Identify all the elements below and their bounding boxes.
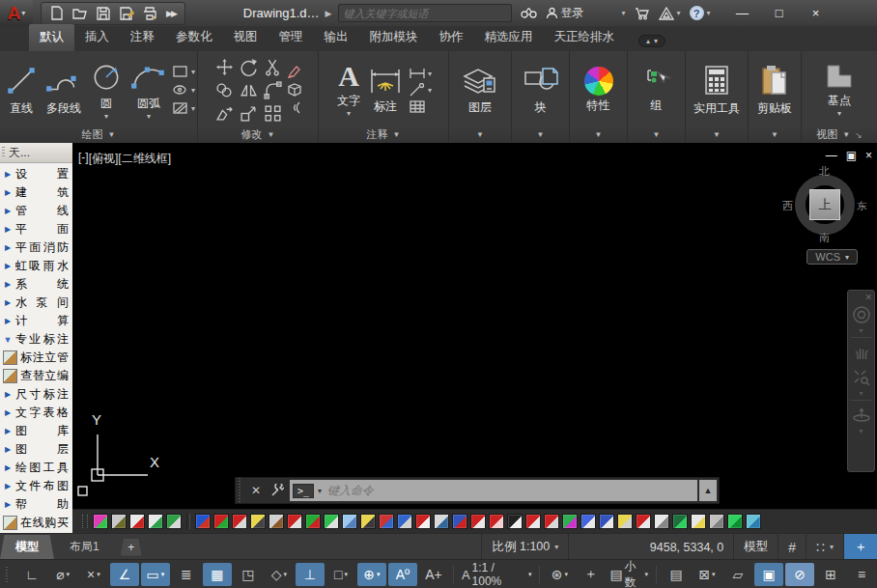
status-object-snap[interactable]: ▭▾ bbox=[141, 563, 170, 586]
rotate-icon[interactable] bbox=[240, 58, 258, 76]
maximize-button[interactable]: □ bbox=[761, 0, 798, 26]
legacy-icon-funnel[interactable] bbox=[709, 514, 724, 529]
ribbon-tab-addins[interactable]: 附加模块 bbox=[359, 24, 429, 51]
infer-constraints-toggle[interactable]: ＋ bbox=[843, 534, 877, 560]
orbit-button[interactable] bbox=[850, 403, 872, 428]
grid-toggle[interactable]: # bbox=[778, 534, 806, 560]
panel-dialog-launcher-icon[interactable]: ↘ bbox=[855, 130, 863, 140]
legacy-icon-pipe-diagonal[interactable] bbox=[342, 514, 357, 529]
legacy-icon-dim-point[interactable] bbox=[470, 514, 486, 529]
text-tool[interactable]: A 文字 ▾ bbox=[335, 61, 362, 119]
legacy-icon-edit-pencil[interactable] bbox=[250, 514, 266, 529]
model-space-toggle[interactable]: 模型 bbox=[733, 534, 778, 560]
legacy-icon-annotate-100[interactable] bbox=[617, 514, 633, 529]
clipboard-tool[interactable]: 剪贴板 bbox=[755, 63, 794, 118]
panel-block-footer[interactable]: ▼ bbox=[512, 126, 569, 143]
group-tool[interactable]: 组 bbox=[640, 66, 673, 115]
hatch-tool[interactable]: ▾ bbox=[172, 100, 195, 116]
command-prompt-icon[interactable]: >_ bbox=[293, 484, 314, 498]
new-drawing-button[interactable] bbox=[47, 5, 67, 22]
pan-button[interactable] bbox=[850, 340, 872, 365]
sidebar-item-0[interactable]: ▶设 置 bbox=[0, 165, 72, 183]
viewcube-east-label[interactable]: 东 bbox=[857, 199, 867, 213]
legacy-icon-table-blue[interactable] bbox=[599, 514, 614, 529]
close-button[interactable]: × bbox=[798, 0, 835, 26]
sidebar-item-16[interactable]: ▶绘图工具 bbox=[0, 459, 72, 477]
legacy-icon-equip-box[interactable] bbox=[324, 514, 339, 529]
legacy-icon-section-flag[interactable] bbox=[507, 514, 523, 529]
legacy-icon-pipe-dn[interactable] bbox=[544, 514, 559, 529]
view-control[interactable]: [俯视] bbox=[89, 151, 119, 167]
legacy-icon-valve-red-blue[interactable] bbox=[379, 514, 394, 529]
legacy-icon-terrain-node[interactable] bbox=[672, 514, 688, 529]
legacy-icon-break-pipe[interactable] bbox=[525, 514, 541, 529]
legacy-icon-spline-red[interactable] bbox=[232, 514, 247, 529]
status-polar-tracking[interactable]: ⌀▾ bbox=[48, 563, 77, 586]
drawing-canvas[interactable]: [-] [俯视] [二维线框] — ▣ × 上 北 南 西 东 WCS ▾ ✕ … bbox=[72, 143, 877, 510]
sidebar-item-17[interactable]: ▶文件布图 bbox=[0, 477, 72, 495]
drawing-restore-button[interactable]: ▣ bbox=[846, 149, 857, 162]
ribbon-tab-view[interactable]: 视图 bbox=[223, 24, 269, 51]
sidebar-item-6[interactable]: ▶系 统 bbox=[0, 275, 72, 294]
arc-caret-icon[interactable]: ▾ bbox=[147, 112, 151, 121]
help-button[interactable]: ? ▾ bbox=[690, 6, 711, 20]
status-selection-filter[interactable]: □▾ bbox=[326, 563, 355, 586]
sidebar-item-15[interactable]: ▶图 层 bbox=[0, 440, 72, 459]
save-button[interactable] bbox=[94, 5, 113, 22]
new-layout-button[interactable]: + bbox=[121, 539, 142, 556]
sidebar-item-19[interactable]: 在线购买 bbox=[0, 514, 72, 532]
rectangle-caret-icon[interactable]: ▾ bbox=[191, 68, 195, 76]
legacy-icon-layer-help[interactable] bbox=[148, 514, 163, 529]
hatch-caret-icon[interactable]: ▾ bbox=[191, 104, 195, 113]
offset-tool[interactable] bbox=[287, 100, 303, 115]
circle-tool[interactable]: 圆 ▾ bbox=[87, 58, 126, 122]
command-history-toggle[interactable]: ▲ bbox=[699, 480, 717, 501]
sidebar-item-9[interactable]: ▼专业标注 bbox=[0, 330, 72, 349]
status-lineweight[interactable]: ≣ bbox=[172, 563, 201, 586]
open-button[interactable] bbox=[71, 5, 90, 22]
status-transparency[interactable]: ▦ bbox=[203, 563, 232, 586]
sidebar-item-5[interactable]: ▶虹吸雨水 bbox=[0, 257, 72, 275]
status-customization-menu[interactable]: ≡ bbox=[847, 563, 876, 586]
block-tool[interactable]: 块 bbox=[520, 64, 562, 117]
legacy-icon-grid-points[interactable] bbox=[489, 514, 504, 529]
legacy-icon-pen-bridge[interactable] bbox=[360, 514, 376, 529]
ribbon-tab-collaborate[interactable]: 协作 bbox=[429, 24, 474, 51]
legacy-icon-panel-manager[interactable] bbox=[166, 514, 182, 529]
drawing-minimize-button[interactable]: — bbox=[826, 149, 837, 162]
qat-expand-icon[interactable]: ▶▶ bbox=[163, 9, 179, 18]
scale-icon[interactable] bbox=[240, 104, 258, 123]
properties-tool[interactable]: 特性 bbox=[582, 66, 615, 115]
panel-properties-footer[interactable]: ▼ bbox=[570, 126, 627, 143]
ribbon-tab-insert[interactable]: 插入 bbox=[74, 24, 120, 51]
linear-dim-tool[interactable]: ▾ bbox=[409, 67, 432, 80]
mirror-icon[interactable] bbox=[240, 81, 258, 99]
viewcube[interactable]: 上 北 南 西 东 bbox=[788, 168, 862, 241]
visual-style-control[interactable]: [二维线框] bbox=[118, 151, 171, 167]
status-isolate-objects[interactable]: ▱ bbox=[723, 563, 752, 586]
legacy-icon-dim-lines[interactable] bbox=[636, 514, 651, 529]
command-customize-button[interactable] bbox=[267, 478, 288, 503]
a360-caret-icon[interactable]: ▾ bbox=[677, 9, 681, 17]
sidebar-item-12[interactable]: ▶尺寸标注 bbox=[0, 385, 72, 404]
panel-view-footer[interactable]: 视图 ▼ ↘ bbox=[802, 126, 877, 143]
legacy-icon-text-blue[interactable] bbox=[580, 514, 596, 529]
a360-button[interactable]: ▾ bbox=[659, 7, 681, 20]
legacy-icon-tool-gray[interactable] bbox=[269, 514, 284, 529]
ellipse-tool[interactable]: ▾ bbox=[172, 82, 195, 98]
explode-tool[interactable] bbox=[287, 82, 303, 98]
ribbon-tab-tianzheng-wss[interactable]: 天正给排水 bbox=[544, 24, 626, 51]
menu-grip-icon[interactable] bbox=[2, 147, 5, 158]
legacy-icon-sheet-pen[interactable] bbox=[746, 514, 761, 529]
legacy-icon-riser-t[interactable] bbox=[452, 514, 467, 529]
panel-draw-footer[interactable]: 绘图▼ bbox=[0, 126, 197, 143]
legacy-icon-faucet-blue[interactable] bbox=[397, 514, 412, 529]
status-units[interactable]: ▤小数▾ bbox=[607, 563, 651, 586]
sidebar-item-8[interactable]: ▶计 算 bbox=[0, 312, 72, 330]
zoom-extents-button[interactable] bbox=[850, 365, 872, 390]
leader-tool[interactable]: ▾ bbox=[409, 83, 432, 97]
fillet-icon[interactable] bbox=[264, 81, 282, 99]
layers-tool[interactable]: 图层 bbox=[459, 64, 501, 117]
status-annotation-visibility[interactable]: Aº bbox=[388, 563, 417, 586]
arc-tool[interactable]: 圆弧 ▾ bbox=[127, 58, 170, 122]
